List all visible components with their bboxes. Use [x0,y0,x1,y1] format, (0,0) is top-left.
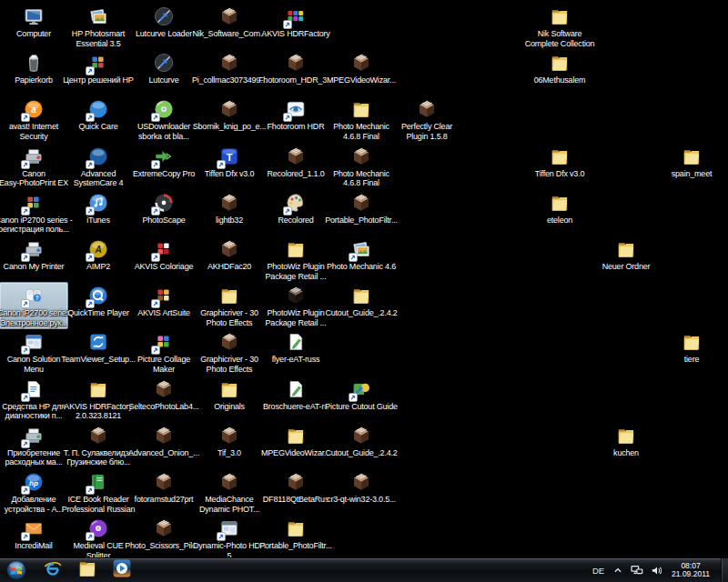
desktop-icon-label: Recolored [278,216,313,226]
desktop-icon[interactable]: Средства HP длядиагностики п... [0,376,68,423]
eye-icon [285,98,307,120]
desktop-icon[interactable]: DF8118QtBetaRus [261,468,330,507]
desktop-icon[interactable]: Portable_PhotoFiltr... [327,189,396,227]
desktop-icon[interactable]: Perfectly ClearPlugin 1.5.8 [392,95,461,143]
windows-media-player-taskbar-button[interactable] [107,559,136,581]
desktop-icon[interactable]: CanonEasy-PhotoPrint EX [0,143,68,190]
desktop-icon[interactable]: Nik_Software_Com... [195,3,264,41]
desktop-icon[interactable]: Computer [0,3,68,41]
desktop-icon[interactable]: HP PhotosmartEssential 3.5 [64,3,133,50]
desktop-icon[interactable]: Fhotoroom HDR [261,95,330,134]
shortcut-arrow-icon [21,299,30,308]
chevron-up-icon[interactable] [612,564,624,577]
volume-icon[interactable] [650,564,662,577]
garrow-icon [153,146,175,167]
desktop-icon[interactable]: QuickTime Player [64,282,133,320]
desktop-icon[interactable]: flyer-eAT-russ [261,328,330,366]
desktop-icon[interactable]: AdvancedSystemCare 4 [64,143,133,190]
desktop-icon[interactable]: IncrediMail [0,515,68,553]
desktop-icon-label: Photo Mechanic4.6.8 Final [333,169,389,188]
desktop-icon[interactable]: Medieval CUESplitter [64,515,133,562]
desktop-icon[interactable]: MediaChanceDynamic PHOT... [195,468,264,516]
desktop-icon[interactable]: Cutout_Guide_.2.4.2 [327,422,396,460]
windows-explorer-taskbar-button[interactable] [73,559,102,581]
desktop-icon[interactable]: eteleon [525,189,594,227]
desktop-icon[interactable]: lightb32 [195,189,264,227]
network-icon[interactable] [631,564,643,577]
desktop-icon[interactable]: Graphicriver - 30Photo Effects [195,282,264,329]
desktop-icon[interactable]: Photo Mechanic4.6.8 Final [327,95,396,143]
greenbook-icon [87,471,109,493]
desktop-icon[interactable]: TTiffen Dfx v3.0 [195,143,264,181]
desktop-icon[interactable]: PhotoWiz PluginPackage Retail ... [261,282,330,329]
desktop-icon[interactable]: Broschuere-eAT-ru [261,376,330,414]
start-button[interactable] [4,558,29,582]
desktop-icon-label: Picture CollageMaker [137,355,190,374]
desktop-icon[interactable]: Picture Cutout Guide [327,376,396,414]
desktop-icon[interactable]: Т. П. СулаквелидзеГрузинские блю... [64,422,133,469]
desktop-icon[interactable]: Canon My Printer [0,236,68,274]
desktop-icon[interactable]: ?Canon iP2700 seriesЭлектронное рук... [0,282,68,329]
desktop[interactable]: ComputerPapierkorbaavast! InternetSecuri… [0,0,728,558]
desktop-icon[interactable]: Graphicriver - 30Photo Effects [195,328,264,376]
language-indicator[interactable]: DE [592,566,605,576]
desktop-icon[interactable]: spain_meet [657,143,726,181]
desktop-icon[interactable]: AKVIS HDRFactory2.0.323.8121 [64,376,133,423]
desktop-icon[interactable]: PhotoScape [129,189,198,227]
clock[interactable]: 08:07 21.09.2011 [669,562,714,579]
desktop-icon[interactable]: Neuer Ordner [592,236,661,274]
desktop-icon[interactable]: Recolored [261,189,330,227]
shortcut-arrow-icon [21,253,30,262]
desktop-icon[interactable]: AKVIS Coloriage [129,236,198,274]
desktop-icon[interactable]: TeamViewer_Setup... [64,328,133,366]
desktop-icon[interactable]: aavast! InternetSecurity [0,95,68,143]
desktop-icon[interactable]: AKHDFac20 [195,236,264,274]
desktop-icon[interactable]: ExtremeCopy Pro [129,143,198,181]
desktop-icon[interactable]: Advanced_Onion_... [129,422,198,460]
desktop-icon[interactable]: Picture CollageMaker [129,328,198,376]
desktop-icon[interactable]: Nik SoftwareComplete Collection [525,3,594,50]
desktop-icon[interactable]: AKVIS HDRFactory [261,3,330,41]
desktop-icon[interactable]: Cutout_Guide_.2.4.2 [327,282,396,320]
desktop-icon[interactable]: Photo Mechanic4.6.8 Final [327,143,396,190]
desktop-icon[interactable]: Originals [195,376,264,414]
desktop-icon[interactable]: Lutcurve [129,49,198,87]
desktop-icon[interactable]: MPEGVideoWizar... [327,49,396,87]
desktop-icon[interactable]: AAIMP2 [64,236,133,274]
desktop-icon[interactable]: Quick Care [64,95,133,134]
desktop-icon[interactable]: Pi_collmac3073499... [195,49,264,87]
show-desktop-button[interactable] [721,558,728,582]
desktop-icon[interactable]: Canon SolutionMenu [0,328,68,376]
desktop-icon[interactable]: PhotoWiz PluginPackage Retail ... [261,236,330,283]
media-player-icon [111,557,133,582]
desktop-icon[interactable]: tiere [657,328,726,366]
desktop-icon[interactable]: hpДобавлениеустройства - A... [0,468,68,516]
desktop-icon[interactable]: Tiffen Dfx v3.0 [525,143,594,181]
desktop-icon[interactable]: SeltecoPhotoLab4... [129,376,198,414]
desktop-icon[interactable]: Papierkorb [0,49,68,87]
window-icon [218,517,240,539]
desktop-icon[interactable]: Recolored_1.1.0 [261,143,330,181]
desktop-icon[interactable]: iTunes [64,189,133,227]
desktop-icon[interactable]: cr3-qt-win32-3.0.5... [327,468,396,507]
desktop-icon[interactable]: ICE Book ReaderProfessional Russian [64,468,133,516]
desktop-icon[interactable]: Lutcurve Loader [129,3,198,41]
desktop-icon[interactable]: MPEGVideoWizar... [261,422,330,460]
internet-explorer-taskbar-button[interactable] [38,559,67,581]
desktop-icon[interactable]: Fhotoroom_HDR_3... [261,49,330,87]
desktop-icon[interactable]: Sbornik_knig_po_e... [195,95,264,134]
desktop-icon[interactable]: kuchen [592,422,661,460]
desktop-icon[interactable]: Dynamic-Photo HDR5 [195,515,264,562]
desktop-icon[interactable]: AKVIS ArtSuite [129,282,198,320]
ball-icon [87,98,109,120]
desktop-icon[interactable]: Canon iP2700 series -регистрация поль... [0,189,68,236]
desktop-icon[interactable]: USDownloadersborka ot bla... [129,95,198,143]
desktop-icon[interactable]: Tif_3.0 [195,422,264,460]
desktop-icon[interactable]: 06Methusalem [525,49,594,87]
desktop-icon[interactable]: fotoramstud27prt [129,468,198,507]
desktop-icon[interactable]: Portable_PhotoFiltr... [261,515,330,553]
desktop-icon[interactable]: Photo Mechanic 4.6 [327,236,396,274]
desktop-icon[interactable]: Photo_Scissors_Pilo... [129,515,198,553]
desktop-icon[interactable]: Центр решений HP [64,49,133,87]
desktop-icon[interactable]: Приобретениерасходных ма... [0,422,68,469]
